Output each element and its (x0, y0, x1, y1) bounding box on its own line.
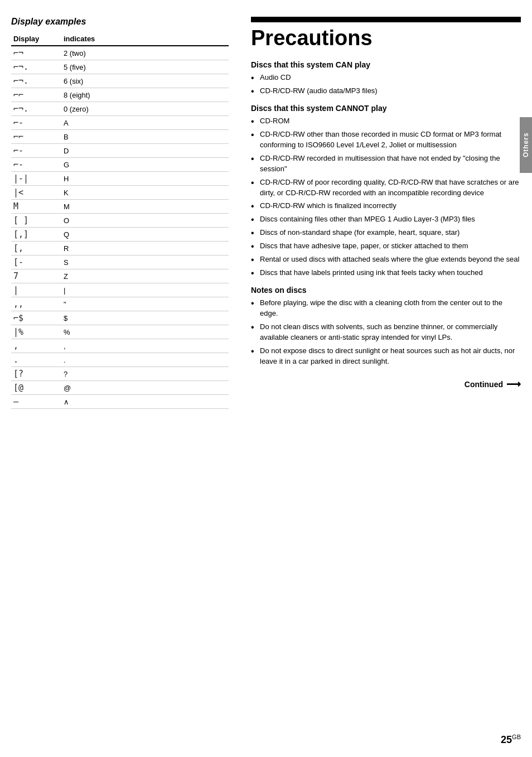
table-row: —∧ (11, 395, 229, 409)
display-cell: | (11, 283, 61, 297)
display-cell: ,, (11, 297, 61, 311)
display-cell: ⌐- (11, 144, 61, 158)
indicates-cell: 6 (six) (61, 74, 229, 88)
table-row: ,," (11, 297, 229, 311)
table-row: ⌐¬.5 (five) (11, 60, 229, 74)
list-item: CD-R/CD-RW of poor recording quality, CD… (251, 177, 521, 199)
list-item: CD-R/CD-RW which is finalized incorrectl… (251, 201, 521, 211)
display-cell: [ ] (11, 214, 61, 228)
table-row: ⌐-D (11, 144, 229, 158)
indicates-cell: . (61, 353, 229, 367)
indicates-cell: 5 (five) (61, 60, 229, 74)
display-cell: [- (11, 255, 61, 269)
indicates-cell: A (61, 116, 229, 130)
indicates-cell: $ (61, 311, 229, 325)
others-tab: Others (520, 117, 532, 173)
table-row: |%% (11, 325, 229, 339)
list-item: Discs of non-standard shape (for example… (251, 228, 521, 238)
display-cell: M (11, 200, 61, 214)
indicates-cell: | (61, 283, 229, 297)
indicates-cell: 8 (eight) (61, 88, 229, 102)
indicates-cell: @ (61, 381, 229, 395)
display-cell: ⌐¬ (11, 46, 61, 60)
continued-line: Continued ⟶ (251, 378, 521, 390)
table-row: ⌐⌐8 (eight) (11, 88, 229, 102)
list-item: Rental or used discs with attached seals… (251, 254, 521, 265)
indicates-cell: " (61, 297, 229, 311)
list-item: CD-R/CD-RW recorded in multisession that… (251, 153, 521, 175)
page-number: 25GB (501, 734, 521, 746)
table-row: ⌐-G (11, 158, 229, 172)
indicates-cell: D (61, 144, 229, 158)
notes-on-discs-heading: Notes on discs (251, 286, 521, 295)
display-cell: [? (11, 367, 61, 381)
list-item: Audio CD (251, 73, 521, 83)
list-item: CD-R/CD-RW other than those recorded in … (251, 129, 521, 151)
display-table: Display indicates ⌐¬2 (two)⌐¬.5 (five)⌐¬… (11, 32, 229, 409)
table-row: .. (11, 353, 229, 367)
table-row: [-S (11, 255, 229, 269)
cannot-play-list: CD-ROMCD-R/CD-RW other than those record… (251, 116, 521, 278)
list-item: CD-R/CD-RW (audio data/MP3 files) (251, 86, 521, 97)
table-row: 7Z (11, 269, 229, 283)
table-row: ⌐¬2 (two) (11, 46, 229, 60)
table-row: ,, (11, 339, 229, 353)
table-row: [,]Q (11, 228, 229, 242)
indicates-cell: 0 (zero) (61, 102, 229, 116)
indicates-cell: Q (61, 228, 229, 242)
display-cell: ⌐⌐ (11, 88, 61, 102)
display-cell: ⌐$ (11, 311, 61, 325)
display-cell: ⌐- (11, 158, 61, 172)
indicates-cell: B (61, 130, 229, 144)
list-item: Before playing, wipe the disc with a cle… (251, 298, 521, 319)
list-item: Discs that have labels printed using ink… (251, 268, 521, 278)
list-item: CD-ROM (251, 116, 521, 127)
page-title: Precautions (251, 27, 521, 50)
indicates-cell: K (61, 186, 229, 200)
indicates-cell: ? (61, 367, 229, 381)
display-cell: [, (11, 242, 61, 255)
indicates-cell: 2 (two) (61, 46, 229, 60)
display-cell: 7 (11, 269, 61, 283)
table-row: |-|H (11, 172, 229, 186)
table-row: [?? (11, 367, 229, 381)
table-row: ⌐$$ (11, 311, 229, 325)
indicates-cell: M (61, 200, 229, 214)
left-column: Display examples Display indicates ⌐¬2 (… (11, 17, 245, 740)
display-cell: ⌐¬. (11, 74, 61, 88)
display-cell: |< (11, 186, 61, 200)
cannot-play-heading: Discs that this system CANNOT play (251, 104, 521, 113)
indicates-cell: S (61, 255, 229, 269)
right-column: Precautions Discs that this system CAN p… (245, 17, 521, 740)
display-cell: ⌐- (11, 116, 61, 130)
indicates-cell: , (61, 339, 229, 353)
can-play-list: Audio CDCD-R/CD-RW (audio data/MP3 files… (251, 73, 521, 97)
indicates-cell: G (61, 158, 229, 172)
list-item: Do not expose discs to direct sunlight o… (251, 346, 521, 367)
display-examples-title: Display examples (11, 17, 229, 27)
table-row: [,R (11, 242, 229, 255)
table-row: ⌐¬.0 (zero) (11, 102, 229, 116)
table-row: |<K (11, 186, 229, 200)
notes-list: Before playing, wipe the disc with a cle… (251, 298, 521, 367)
table-row: [@@ (11, 381, 229, 395)
indicates-cell: O (61, 214, 229, 228)
display-cell: [@ (11, 381, 61, 395)
table-row: ⌐⌐B (11, 130, 229, 144)
indicates-cell: Z (61, 269, 229, 283)
col-display-header: Display (11, 32, 61, 46)
col-indicates-header: indicates (61, 32, 229, 46)
can-play-heading: Discs that this system CAN play (251, 60, 521, 69)
display-cell: . (11, 353, 61, 367)
indicates-cell: ∧ (61, 395, 229, 409)
display-cell: ⌐⌐ (11, 130, 61, 144)
display-cell: ⌐¬. (11, 60, 61, 74)
indicates-cell: % (61, 325, 229, 339)
table-row: ⌐-A (11, 116, 229, 130)
display-cell: — (11, 395, 61, 409)
continued-label: Continued (465, 380, 503, 389)
list-item: Discs containing files other than MPEG 1… (251, 214, 521, 225)
display-cell: [,] (11, 228, 61, 242)
display-cell: |% (11, 325, 61, 339)
table-row: ⌐¬.6 (six) (11, 74, 229, 88)
